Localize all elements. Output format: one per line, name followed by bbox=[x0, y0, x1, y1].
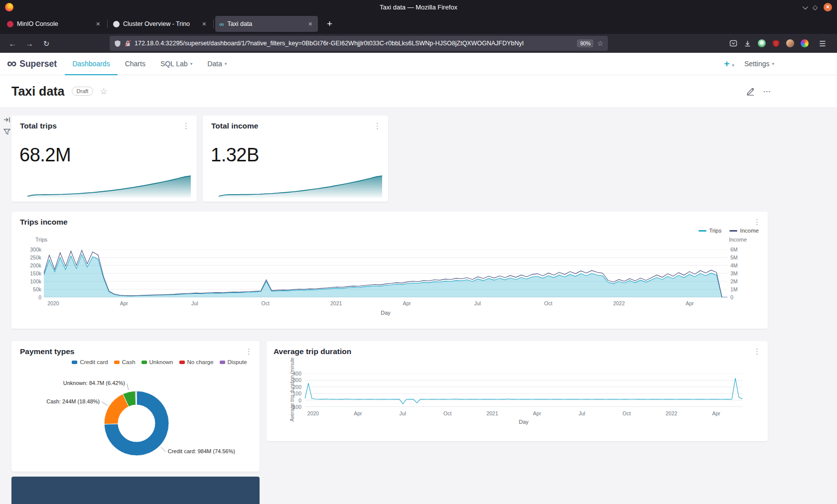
tracking-protection-shield-icon[interactable] bbox=[114, 40, 121, 47]
right-axis-tick: 1M bbox=[730, 286, 750, 292]
nav-dashboards[interactable]: Dashboards bbox=[65, 53, 118, 75]
tab-close-icon[interactable]: × bbox=[95, 20, 102, 28]
zoom-level-badge[interactable]: 90% bbox=[577, 39, 593, 47]
tab-trino-cluster[interactable]: Cluster Overview - Trino × bbox=[109, 16, 212, 32]
avatar-extension-icon[interactable] bbox=[786, 39, 794, 47]
nav-data[interactable]: Data▾ bbox=[200, 53, 234, 75]
x-axis-tick: 2022 bbox=[666, 410, 677, 416]
edit-dashboard-icon[interactable] bbox=[746, 87, 755, 96]
bookmark-star-icon[interactable]: ☆ bbox=[597, 39, 603, 47]
download-icon[interactable] bbox=[744, 40, 751, 47]
insecure-lock-icon[interactable] bbox=[125, 40, 131, 47]
superset-favicon-icon: ∞ bbox=[219, 21, 224, 27]
legend-line-icon bbox=[729, 230, 737, 232]
tab-close-icon[interactable]: × bbox=[201, 20, 208, 28]
favorite-star-icon[interactable]: ☆ bbox=[100, 86, 107, 97]
x-axis-tick: 2021 bbox=[330, 300, 342, 306]
nav-charts[interactable]: Charts bbox=[118, 53, 153, 75]
legend-line-icon bbox=[698, 230, 706, 232]
chart-options-icon[interactable]: ⋮ bbox=[182, 122, 190, 130]
superset-header: ∞ Superset Dashboards Charts SQL Lab▾ Da… bbox=[0, 53, 837, 75]
x-axis-tick: Apr bbox=[120, 300, 128, 306]
chart-options-icon[interactable]: ⋮ bbox=[374, 122, 381, 130]
trino-favicon-icon bbox=[113, 21, 120, 27]
legend-item-trips[interactable]: Trips bbox=[698, 228, 721, 234]
chart-options-icon[interactable]: ⋮ bbox=[753, 347, 761, 356]
hamburger-menu-button[interactable]: ☰ bbox=[815, 40, 830, 47]
dashboard-more-menu[interactable]: ⋯ bbox=[763, 87, 771, 96]
minio-favicon-icon bbox=[7, 21, 13, 27]
tab-separator bbox=[107, 19, 108, 28]
right-axis-tick: 6M bbox=[730, 247, 750, 252]
x-axis-tick: 2022 bbox=[613, 300, 625, 306]
minimize-button[interactable] bbox=[803, 4, 807, 10]
x-axis-tick: 2021 bbox=[486, 410, 498, 416]
tab-taxi-data[interactable]: ∞ Taxi data × bbox=[215, 16, 318, 32]
left-axis-tick: 50k bbox=[19, 286, 41, 292]
chevron-down-icon bbox=[803, 3, 808, 9]
settings-menu[interactable]: Settings▾ bbox=[744, 60, 774, 68]
dashboard-grid: Total trips ⋮ 68.2M Total income ⋮ 1.32B… bbox=[0, 107, 837, 504]
partial-chart-card bbox=[11, 477, 260, 504]
y-axis-tick: 400 bbox=[286, 371, 301, 377]
ublock-origin-icon[interactable] bbox=[772, 39, 780, 47]
chart-title: Average trip duration bbox=[274, 347, 351, 356]
trips-income-plot[interactable] bbox=[44, 250, 727, 297]
chart-options-icon[interactable]: ⋮ bbox=[753, 218, 761, 227]
chart-card-total-income: Total income ⋮ 1.32B bbox=[203, 116, 388, 202]
chart-card-payment-types: Payment types ⋮ Credit card Cash Unknown… bbox=[11, 341, 260, 472]
avg-duration-plot[interactable] bbox=[305, 374, 742, 407]
chart-title: Total income bbox=[211, 122, 258, 130]
filter-icon[interactable] bbox=[3, 128, 10, 135]
x-axis-tick: Oct bbox=[262, 300, 270, 306]
window-titlebar: Taxi data — Mozilla Firefox ◇ × bbox=[0, 0, 837, 14]
extension-icon-2[interactable] bbox=[801, 39, 809, 47]
new-tab-button[interactable]: + bbox=[323, 18, 336, 29]
y-axis-tick: -100 bbox=[286, 404, 301, 410]
right-axis-tick: 0 bbox=[730, 294, 750, 300]
big-number-value: 68.2M bbox=[19, 144, 71, 166]
url-bar[interactable]: 172.18.0.4:32295/superset/dashboard/1/?n… bbox=[110, 36, 608, 51]
x-axis-tick: 2020 bbox=[307, 410, 319, 416]
total-trips-sparkline bbox=[27, 174, 191, 198]
maximize-button[interactable]: ◇ bbox=[813, 4, 818, 10]
pie-label: Unknown: 84.7M (6.42%) bbox=[63, 380, 125, 386]
forward-button[interactable]: → bbox=[22, 40, 37, 47]
close-window-button[interactable]: × bbox=[824, 3, 832, 11]
expand-filter-bar-icon[interactable] bbox=[3, 117, 10, 123]
tab-title: MinIO Console bbox=[17, 20, 91, 27]
back-button[interactable]: ← bbox=[5, 40, 20, 47]
status-badge: Draft bbox=[72, 87, 94, 96]
plus-icon: + bbox=[724, 58, 729, 69]
tab-close-icon[interactable]: × bbox=[307, 20, 314, 28]
left-axis-title: Trips bbox=[35, 237, 47, 243]
chart-title: Trips income bbox=[20, 218, 68, 227]
x-axis-tick: Oct bbox=[443, 410, 451, 416]
chart-card-trips-income: Trips income ⋮ Trips Income Trips Income… bbox=[11, 212, 768, 329]
left-axis-tick: 200k bbox=[19, 262, 41, 268]
chart-title: Total trips bbox=[20, 122, 57, 130]
extension-icon-1[interactable] bbox=[758, 39, 766, 47]
browser-toolbar: ← → ↻ 172.18.0.4:32295/superset/dashboar… bbox=[0, 34, 837, 53]
total-income-sparkline bbox=[219, 174, 382, 198]
y-axis-tick: 0 bbox=[286, 397, 301, 403]
brand-name: Superset bbox=[19, 59, 57, 69]
pocket-icon[interactable] bbox=[729, 39, 737, 47]
left-axis-tick: 0 bbox=[19, 294, 41, 300]
left-axis-tick: 250k bbox=[19, 254, 41, 260]
tab-separator bbox=[213, 19, 214, 28]
tab-strip: MinIO Console × Cluster Overview - Trino… bbox=[0, 14, 837, 34]
tab-minio-console[interactable]: MinIO Console × bbox=[3, 16, 106, 32]
add-new-button[interactable]: +▾ bbox=[724, 58, 734, 69]
chart-card-avg-trip-duration: Average trip duration ⋮ Average trip dur… bbox=[267, 341, 768, 441]
window-title: Taxi data — Mozilla Firefox bbox=[0, 3, 837, 11]
x-axis-tick: Jul bbox=[474, 300, 481, 306]
nav-sql-lab[interactable]: SQL Lab▾ bbox=[153, 53, 200, 75]
x-axis-tick: Jul bbox=[191, 300, 198, 306]
legend-item-income[interactable]: Income bbox=[729, 228, 759, 234]
pie-slice-dispute[interactable] bbox=[136, 391, 137, 405]
firefox-logo-icon bbox=[5, 3, 13, 11]
url-text[interactable]: 172.18.0.4:32295/superset/dashboard/1/?n… bbox=[135, 40, 573, 47]
reload-button[interactable]: ↻ bbox=[39, 40, 54, 47]
superset-logo[interactable]: ∞ Superset bbox=[7, 58, 57, 69]
